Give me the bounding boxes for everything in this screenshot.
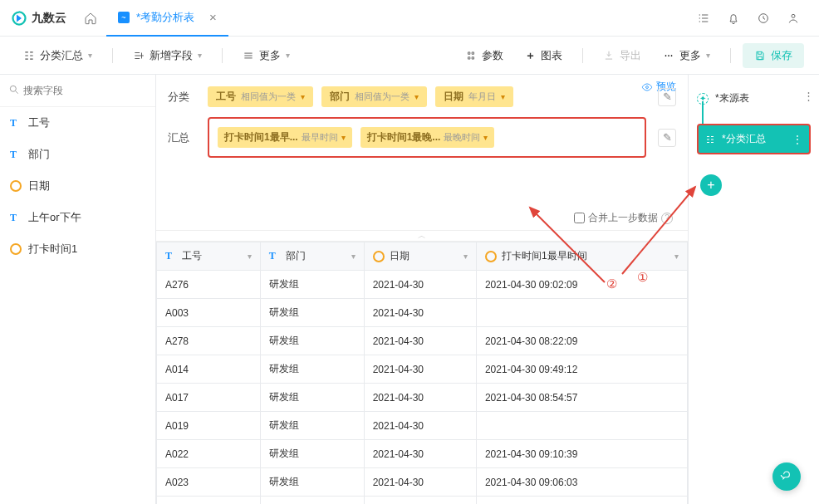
more2-button[interactable]: 更多 ▾ xyxy=(655,44,718,67)
column-header[interactable]: 日期▾ xyxy=(364,242,476,271)
chart-button[interactable]: ＋ 图表 xyxy=(517,44,571,67)
chart-label: 图表 xyxy=(541,48,562,63)
text-type-icon: T xyxy=(10,212,22,224)
summary-row: 汇总 打卡时间1最早...最早时间▾打卡时间1最晚...最晚时间▾ ✎ xyxy=(156,114,688,164)
groupby-node[interactable]: *分类汇总 ⋮ xyxy=(697,124,811,154)
node-more-icon[interactable]: ⋮ xyxy=(792,134,802,145)
text-type-icon: T xyxy=(165,250,177,262)
table-row[interactable]: A023研发组2021-04-302021-04-30 09:06:03 xyxy=(157,468,688,497)
source-label: *来源表 xyxy=(715,91,749,105)
field-name: 部门 xyxy=(28,147,50,162)
table-cell: 2021-04-30 xyxy=(364,384,476,412)
table-cell: 研发组 xyxy=(260,440,364,468)
source-more-icon[interactable]: ⋮ xyxy=(803,90,814,102)
classify-chip[interactable]: 部门相同值为一类▾ xyxy=(321,86,427,107)
table-row[interactable]: A003研发组2021-04-30 xyxy=(157,299,688,327)
table-row[interactable]: A281研发组2021-04-302021-04-30 09:49:00 xyxy=(157,497,688,505)
table-cell: A017 xyxy=(157,384,261,412)
field-item[interactable]: T工号 xyxy=(0,107,155,139)
field-name: 工号 xyxy=(28,115,50,130)
groupby-node-label: *分类汇总 xyxy=(722,132,766,146)
table-cell: 2021-04-30 xyxy=(364,327,476,355)
field-search-input[interactable] xyxy=(20,81,151,100)
table-row[interactable]: A278研发组2021-04-302021-04-30 08:22:09 xyxy=(157,327,688,355)
bell-icon[interactable] xyxy=(726,11,741,26)
list-check-icon[interactable] xyxy=(696,11,711,26)
table-row[interactable]: A019研发组2021-04-30 xyxy=(157,412,688,440)
app-top-bar: 九数云 ~ *考勤分析表 × xyxy=(0,0,819,37)
add-node-button[interactable]: + xyxy=(700,174,722,196)
text-type-icon: T xyxy=(269,250,281,262)
date-type-icon xyxy=(10,243,22,255)
app-logo[interactable]: 九数云 xyxy=(3,11,75,26)
save-button[interactable]: 保存 xyxy=(743,43,804,68)
classify-chip[interactable]: 工号相同值为一类▾ xyxy=(208,86,313,107)
summary-chip[interactable]: 打卡时间1最晚...最晚时间▾ xyxy=(360,127,495,148)
chevron-down-icon: ▾ xyxy=(286,51,290,60)
table-row[interactable]: A022研发组2021-04-302021-04-30 09:10:39 xyxy=(157,440,688,468)
add-classify-chip[interactable]: ✎ xyxy=(658,88,676,106)
table-cell: A023 xyxy=(157,468,261,497)
svg-point-3 xyxy=(668,55,669,56)
params-label: 参数 xyxy=(482,48,503,63)
add-summary-chip[interactable]: ✎ xyxy=(658,129,676,147)
table-cell: 2021-04-30 09:02:09 xyxy=(476,271,687,299)
table-cell: 2021-04-30 xyxy=(364,271,476,299)
column-header[interactable]: T部门▾ xyxy=(260,242,364,271)
home-button[interactable] xyxy=(75,12,106,25)
source-node[interactable]: ✦ *来源表 xyxy=(697,88,811,109)
table-cell: 2021-04-30 08:22:09 xyxy=(476,327,687,355)
table-cell xyxy=(476,299,687,327)
more-label: 更多 xyxy=(259,48,281,63)
field-name: 日期 xyxy=(28,179,50,193)
svg-point-2 xyxy=(665,55,667,56)
table-row[interactable]: A017研发组2021-04-302021-04-30 08:54:57 xyxy=(157,384,688,412)
text-type-icon: T xyxy=(10,149,22,161)
table-row[interactable]: A014研发组2021-04-302021-04-30 09:49:12 xyxy=(157,355,688,384)
center-pane: 预览 分类 工号相同值为一类▾部门相同值为一类▾日期年月日▾ ✎ 汇总 打卡时间… xyxy=(156,75,688,504)
table-cell: A003 xyxy=(157,299,261,327)
column-header[interactable]: T工号▾ xyxy=(157,242,261,271)
group-by-button[interactable]: 分类汇总 ▾ xyxy=(15,44,101,67)
date-type-icon xyxy=(10,180,22,192)
table-cell: 2021-04-30 xyxy=(364,355,476,384)
table-cell: 2021-04-30 xyxy=(364,412,476,440)
help-fab[interactable] xyxy=(772,462,801,491)
table-cell: 2021-04-30 xyxy=(364,497,476,505)
table-cell: 研发组 xyxy=(260,299,364,327)
more-button[interactable]: 更多 ▾ xyxy=(234,44,298,67)
export-button[interactable]: 导出 xyxy=(595,44,650,67)
field-item[interactable]: T上午or下午 xyxy=(0,202,155,233)
svg-point-4 xyxy=(671,55,673,56)
column-name: 日期 xyxy=(390,249,410,263)
merge-prev-label: 合并上一步数据 xyxy=(588,211,658,225)
column-header[interactable]: 打卡时间1最早时间▾ xyxy=(476,242,687,271)
summary-chip[interactable]: 打卡时间1最早...最早时间▾ xyxy=(218,127,352,148)
field-item[interactable]: T部门 xyxy=(0,139,155,170)
chevron-down-icon: ▾ xyxy=(88,51,92,60)
tab-close-icon[interactable]: × xyxy=(209,10,217,24)
table-cell: A281 xyxy=(157,497,261,505)
table-cell: 研发组 xyxy=(260,355,364,384)
collapse-handle[interactable]: ︿ xyxy=(156,230,688,242)
field-name: 上午or下午 xyxy=(28,210,81,225)
merge-prev-checkbox[interactable] xyxy=(574,213,585,223)
toolbar-separator xyxy=(582,48,583,63)
table-cell: A014 xyxy=(157,355,261,384)
add-field-button[interactable]: 新增字段 ▾ xyxy=(125,44,210,67)
user-icon[interactable] xyxy=(786,11,801,26)
help-icon[interactable]: ? xyxy=(661,213,673,224)
export-label: 导出 xyxy=(620,48,641,63)
field-item[interactable]: 日期 xyxy=(0,170,155,202)
chevron-down-icon: ▾ xyxy=(198,51,202,60)
table-cell: 研发组 xyxy=(260,468,364,497)
clock-icon[interactable] xyxy=(756,11,771,26)
svg-point-1 xyxy=(792,14,795,17)
field-search xyxy=(0,75,155,107)
tab-active[interactable]: ~ *考勤分析表 × xyxy=(106,0,228,37)
chevron-down-icon: ▾ xyxy=(463,252,468,261)
save-label: 保存 xyxy=(771,48,792,63)
field-item[interactable]: 打卡时间1 xyxy=(0,233,155,265)
classify-chip[interactable]: 日期年月日▾ xyxy=(435,86,513,107)
params-button[interactable]: 参数 xyxy=(457,44,512,67)
